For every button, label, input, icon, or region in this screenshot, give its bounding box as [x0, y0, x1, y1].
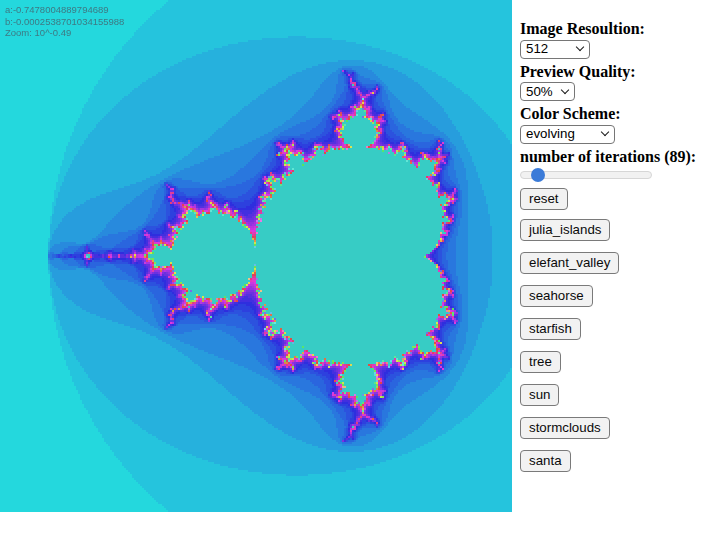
app: { "theme": { "slider_thumb": "#3b7bd8", … — [0, 0, 710, 550]
iterations-label: number of iterations (89): — [520, 149, 710, 165]
preset-button-tree[interactable]: tree — [520, 351, 561, 373]
preview-quality-label: Preview Quality: — [520, 64, 710, 80]
coordinates-overlay: a:-0.7478004889794689 b:-0.0002538701034… — [5, 4, 124, 39]
preset-button-santa[interactable]: santa — [520, 450, 571, 472]
preview-quality-select-wrap: 50% — [520, 82, 575, 102]
controls-panel: Image Resoultion: 512 Preview Quality: 5… — [520, 21, 710, 483]
fractal-viewport[interactable]: a:-0.7478004889794689 b:-0.0002538701034… — [0, 0, 512, 512]
color-scheme-select-wrap: evolving — [520, 124, 615, 144]
preset-button-seahorse[interactable]: seahorse — [520, 285, 593, 307]
preset-button-starfish[interactable]: starfish — [520, 318, 581, 340]
preset-button-julia-islands[interactable]: julia_islands — [520, 219, 610, 241]
preset-button-elefant-valley[interactable]: elefant_valley — [520, 252, 619, 274]
iterations-slider[interactable] — [520, 168, 652, 182]
preset-button-stormclouds[interactable]: stormclouds — [520, 417, 610, 439]
coordinate-b: b:-0.0002538701034155988 — [5, 16, 124, 28]
resolution-select[interactable]: 512 — [520, 40, 590, 59]
color-scheme-label: Color Scheme: — [520, 106, 710, 122]
resolution-select-wrap: 512 — [520, 39, 590, 59]
preset-button-sun[interactable]: sun — [520, 384, 559, 406]
fractal-canvas[interactable] — [0, 0, 512, 512]
zoom-level: Zoom: 10^-0.49 — [5, 27, 124, 39]
preview-quality-select[interactable]: 50% — [520, 82, 575, 101]
reset-button[interactable]: reset — [520, 188, 568, 210]
coordinate-a: a:-0.7478004889794689 — [5, 4, 124, 16]
resolution-label: Image Resoultion: — [520, 21, 710, 37]
color-scheme-select[interactable]: evolving — [520, 125, 615, 144]
